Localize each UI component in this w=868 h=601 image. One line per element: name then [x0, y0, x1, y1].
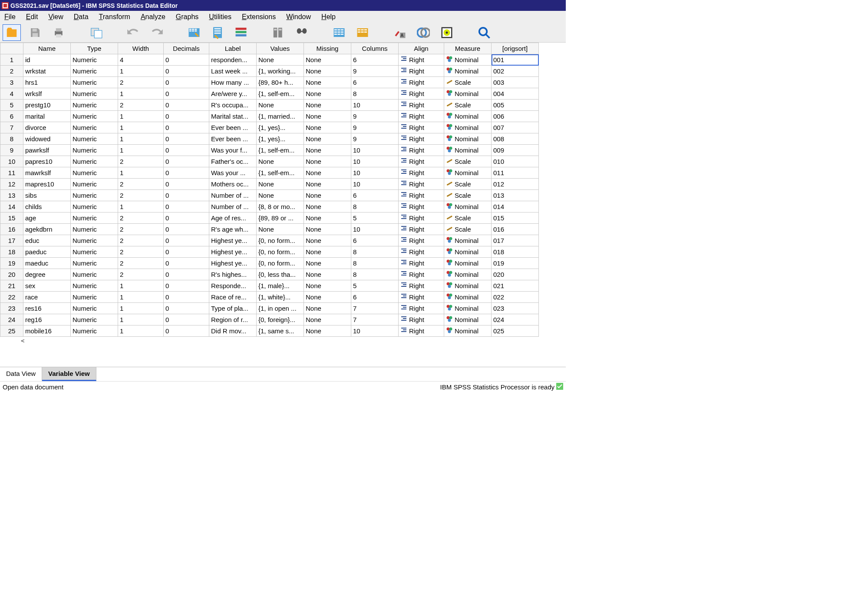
cell-decimals[interactable]: 0: [164, 280, 209, 292]
cell-align[interactable]: Right: [399, 269, 444, 280]
cell-measure[interactable]: Scale: [444, 213, 492, 224]
menu-edit[interactable]: Edit: [26, 13, 38, 21]
cell-columns[interactable]: 6: [351, 190, 399, 201]
cell-values[interactable]: {1, same s...: [257, 325, 304, 337]
variable-row[interactable]: 9pawrkslfNumeric10Was your f...{1, self-…: [0, 145, 539, 156]
cell-measure[interactable]: Nominal: [444, 235, 492, 246]
cell-missing[interactable]: None: [304, 66, 351, 77]
variable-row[interactable]: 22raceNumeric10Race of re...{1, white}..…: [0, 292, 539, 303]
cell-missing[interactable]: None: [304, 167, 351, 179]
cell-type[interactable]: Numeric: [71, 314, 118, 325]
cell-type[interactable]: Numeric: [71, 77, 118, 88]
cell-width[interactable]: 1: [118, 325, 164, 337]
cell-missing[interactable]: None: [304, 179, 351, 190]
cell-origsort[interactable]: 008: [492, 133, 539, 145]
row-number[interactable]: 20: [0, 269, 23, 280]
variable-row[interactable]: 16agekdbrnNumeric20R's age wh...NoneNone…: [0, 224, 539, 235]
cell-label[interactable]: Did R mov...: [209, 325, 257, 337]
cell-name[interactable]: res16: [23, 303, 71, 314]
cell-align[interactable]: Right: [399, 145, 444, 156]
cell-measure[interactable]: Nominal: [444, 258, 492, 269]
cell-measure[interactable]: Scale: [444, 190, 492, 201]
variable-row[interactable]: 6maritalNumeric10Marital stat...{1, marr…: [0, 111, 539, 122]
variable-row[interactable]: 18paeducNumeric20Highest ye...{0, no for…: [0, 246, 539, 258]
cell-decimals[interactable]: 0: [164, 133, 209, 145]
cell-missing[interactable]: None: [304, 54, 351, 66]
cell-width[interactable]: 1: [118, 201, 164, 213]
cell-measure[interactable]: Nominal: [444, 325, 492, 337]
cell-values[interactable]: None: [257, 156, 304, 167]
cell-label[interactable]: Ever been ...: [209, 122, 257, 133]
cell-columns[interactable]: 5: [351, 213, 399, 224]
run-descriptives-button[interactable]: [269, 24, 287, 41]
cell-missing[interactable]: None: [304, 235, 351, 246]
variable-row[interactable]: 15ageNumeric20Age of res...{89, 89 or ..…: [0, 213, 539, 224]
cell-origsort[interactable]: 024: [492, 314, 539, 325]
cell-name[interactable]: educ: [23, 235, 71, 246]
row-number[interactable]: 8: [0, 133, 23, 145]
cell-columns[interactable]: 7: [351, 314, 399, 325]
recall-dialog-button[interactable]: [87, 24, 105, 41]
cell-label[interactable]: R's occupa...: [209, 100, 257, 111]
variable-row[interactable]: 17educNumeric20Highest ye...{0, no form.…: [0, 235, 539, 246]
cell-name[interactable]: papres10: [23, 156, 71, 167]
cell-align[interactable]: Right: [399, 122, 444, 133]
horizontal-scroll-left[interactable]: <: [0, 337, 566, 345]
row-number[interactable]: 23: [0, 303, 23, 314]
cell-align[interactable]: Right: [399, 292, 444, 303]
cell-values[interactable]: {1, self-em...: [257, 145, 304, 156]
column-header-values[interactable]: Values: [257, 43, 304, 54]
cell-label[interactable]: Highest ye...: [209, 246, 257, 258]
cell-origsort[interactable]: 001: [492, 54, 539, 66]
row-number[interactable]: 2: [0, 66, 23, 77]
cell-width[interactable]: 1: [118, 88, 164, 100]
cell-values[interactable]: {1, self-em...: [257, 88, 304, 100]
cell-columns[interactable]: 10: [351, 179, 399, 190]
cell-decimals[interactable]: 0: [164, 235, 209, 246]
cell-label[interactable]: Race of re...: [209, 292, 257, 303]
cell-values[interactable]: {0, no form...: [257, 235, 304, 246]
search-button[interactable]: [475, 24, 493, 41]
column-header-align[interactable]: Align: [399, 43, 444, 54]
cell-origsort[interactable]: 006: [492, 111, 539, 122]
cell-measure[interactable]: Scale: [444, 100, 492, 111]
variable-row[interactable]: 10papres10Numeric20Father's oc...NoneNon…: [0, 156, 539, 167]
menu-transform[interactable]: Transform: [99, 13, 130, 21]
cell-width[interactable]: 1: [118, 66, 164, 77]
cell-missing[interactable]: None: [304, 133, 351, 145]
cell-columns[interactable]: 9: [351, 133, 399, 145]
menu-data[interactable]: Data: [74, 13, 89, 21]
cell-values[interactable]: {1, in open ...: [257, 303, 304, 314]
cell-measure[interactable]: Scale: [444, 77, 492, 88]
goto-variable-button[interactable]: [208, 24, 227, 41]
cell-missing[interactable]: None: [304, 145, 351, 156]
cell-type[interactable]: Numeric: [71, 145, 118, 156]
cell-columns[interactable]: 10: [351, 100, 399, 111]
cell-width[interactable]: 2: [118, 258, 164, 269]
cell-measure[interactable]: Scale: [444, 179, 492, 190]
cell-decimals[interactable]: 0: [164, 258, 209, 269]
cell-align[interactable]: Right: [399, 111, 444, 122]
cell-name[interactable]: sibs: [23, 190, 71, 201]
row-number[interactable]: 15: [0, 213, 23, 224]
cell-align[interactable]: Right: [399, 133, 444, 145]
cell-columns[interactable]: 6: [351, 77, 399, 88]
row-number[interactable]: 7: [0, 122, 23, 133]
cell-align[interactable]: Right: [399, 246, 444, 258]
cell-values[interactable]: {1, yes}...: [257, 133, 304, 145]
cell-name[interactable]: degree: [23, 269, 71, 280]
cell-measure[interactable]: Nominal: [444, 292, 492, 303]
cell-decimals[interactable]: 0: [164, 246, 209, 258]
cell-align[interactable]: Right: [399, 314, 444, 325]
cell-decimals[interactable]: 0: [164, 167, 209, 179]
cell-width[interactable]: 1: [118, 111, 164, 122]
variable-row[interactable]: 4wrkslfNumeric10Are/were y...{1, self-em…: [0, 88, 539, 100]
cell-label[interactable]: Number of ...: [209, 201, 257, 213]
cell-width[interactable]: 2: [118, 269, 164, 280]
cell-values[interactable]: {1, male}...: [257, 280, 304, 292]
cell-label[interactable]: Age of res...: [209, 213, 257, 224]
cell-values[interactable]: {8, 8 or mo...: [257, 201, 304, 213]
column-header-decimals[interactable]: Decimals: [164, 43, 209, 54]
cell-label[interactable]: Responde...: [209, 280, 257, 292]
cell-name[interactable]: childs: [23, 201, 71, 213]
